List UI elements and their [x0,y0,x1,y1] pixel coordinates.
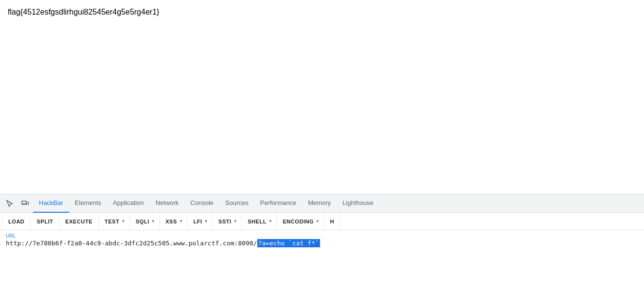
xss-button[interactable]: XSS ▼ [160,213,187,230]
shell-button[interactable]: SHELL ▼ [242,213,277,230]
devtools-panel: HackBar Elements Application Network Con… [0,194,644,296]
ssti-button[interactable]: SSTI ▼ [213,213,242,230]
test-button[interactable]: TEST ▼ [99,213,130,230]
flag-text: flag{4512esfgsdlirhgui82545er4g5e5rg4er1… [8,8,159,16]
lfi-button[interactable]: LFI ▼ [187,213,213,230]
svg-rect-0 [22,201,26,204]
devtools-toolbar: LOAD SPLIT EXECUTE TEST ▼ SQLI ▼ XSS ▼ L… [0,213,644,230]
svg-rect-1 [27,202,29,204]
h-button[interactable]: H [324,213,341,230]
tab-hackbar[interactable]: HackBar [33,194,69,213]
devtools-tabbar: HackBar Elements Application Network Con… [0,194,644,213]
device-icon[interactable] [18,196,33,211]
split-button[interactable]: SPLIT [31,213,59,230]
test-dropdown-arrow: ▼ [121,219,125,223]
tab-sources[interactable]: Sources [219,194,254,213]
execute-button[interactable]: EXECUTE [59,213,99,230]
url-plain-part: http://7e780b6f-f2a0-44c9-abdc-3dfc2d25c… [6,240,257,247]
devtools-urlbar: URL http://7e780b6f-f2a0-44c9-abdc-3dfc2… [0,230,644,296]
tab-lighthouse[interactable]: Lighthouse [337,194,379,213]
tab-performance[interactable]: Performance [254,194,302,213]
tab-console[interactable]: Console [184,194,219,213]
url-label: URL [6,233,638,239]
url-value[interactable]: http://7e780b6f-f2a0-44c9-abdc-3dfc2d25c… [6,240,638,247]
tab-memory[interactable]: Memory [302,194,337,213]
sqli-button[interactable]: SQLI ▼ [130,213,160,230]
shell-dropdown-arrow: ▼ [268,219,272,223]
xss-dropdown-arrow: ▼ [179,219,183,223]
tab-application[interactable]: Application [107,194,150,213]
tab-elements[interactable]: Elements [69,194,107,213]
load-button[interactable]: LOAD [2,213,31,230]
lfi-dropdown-arrow: ▼ [204,219,208,223]
tab-network[interactable]: Network [150,194,185,213]
url-highlighted-part: ?a=echo `cat f*` [257,239,320,247]
main-content: flag{4512esfgsdlirhgui82545er4g5e5rg4er1… [0,0,644,194]
ssti-dropdown-arrow: ▼ [233,219,237,223]
sqli-dropdown-arrow: ▼ [151,219,155,223]
encoding-button[interactable]: ENCODING ▼ [277,213,324,230]
inspect-icon[interactable] [2,196,18,211]
encoding-dropdown-arrow: ▼ [316,219,320,223]
